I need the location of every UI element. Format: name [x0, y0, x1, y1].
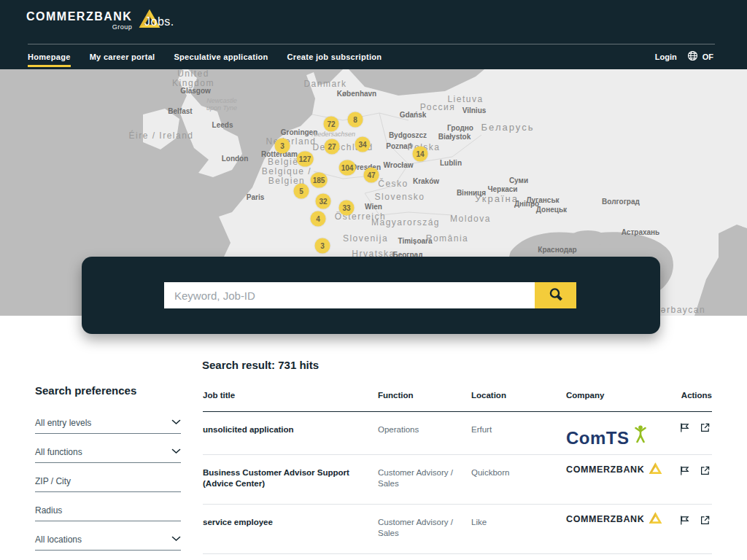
commerzbank-company-logo: COMMERZBANK	[566, 462, 657, 478]
keyword-search-input[interactable]	[164, 282, 535, 308]
map-cluster-34-jobs[interactable]: 34	[355, 137, 371, 152]
column-header-job-title: Job title	[203, 391, 378, 400]
job-search-panel	[82, 257, 660, 334]
nav-item-speculative-application[interactable]: Speculative application	[174, 44, 268, 69]
cell-title: Private Customer Advisor*in Advisory Bra…	[203, 554, 378, 560]
company-name: COMMERZBANK	[566, 464, 644, 475]
map-cluster-4-jobs[interactable]: 4	[311, 211, 326, 227]
login-link[interactable]: Login	[655, 52, 677, 61]
nav-right: Login OF	[655, 44, 713, 69]
cell-title: unsolicited application	[203, 412, 378, 450]
language-switch[interactable]: OF	[687, 50, 713, 63]
bookmark-flag-icon[interactable]	[679, 422, 690, 433]
cell-title: Business Customer Advisor Support (Advic…	[203, 455, 378, 504]
column-header-company: Company	[566, 391, 668, 400]
filter-select-all-functions[interactable]: All functions	[35, 441, 181, 463]
map-cluster-14-jobs[interactable]: 14	[413, 147, 428, 162]
cell-fn: Operations	[378, 412, 471, 450]
map-cluster-3-jobs[interactable]: 3	[315, 238, 330, 254]
commerzbank-ribbon-icon	[649, 462, 662, 478]
map-cluster-185-jobs[interactable]: 185	[311, 173, 328, 188]
job-row-business-customer-advisor-support-advice-center[interactable]: Business Customer Advisor Support (Advic…	[203, 455, 712, 505]
cell-fn: Customer Advisory / Sales	[378, 455, 471, 504]
map-cluster-72-jobs[interactable]: 72	[324, 117, 339, 132]
column-header-actions: Actions	[681, 391, 712, 400]
cell-fn: Customer Advisory / Sales	[378, 505, 471, 553]
filter-input-zip-city[interactable]: ZIP / City	[35, 470, 181, 492]
cell-company: COMMERZBANK	[566, 455, 668, 485]
nav-item-my-career-portal[interactable]: My career portal	[90, 44, 155, 69]
search-button[interactable]	[535, 282, 576, 308]
page-title: Jobs.	[144, 15, 174, 28]
chevron-down-icon	[171, 444, 181, 457]
nav-item-homepage[interactable]: Homepage	[28, 44, 71, 69]
commerzbank-ribbon-icon	[649, 512, 662, 527]
map-cluster-127-jobs[interactable]: 127	[297, 152, 314, 167]
filter-label: All locations	[35, 534, 82, 545]
filter-select-all-entry-levels[interactable]: All entry levels	[35, 412, 181, 434]
open-external-icon[interactable]	[700, 465, 711, 476]
brand-subtitle: Group	[112, 23, 133, 31]
filter-label: All entry levels	[35, 418, 91, 428]
cell-company: COMMERZBANK	[566, 505, 668, 534]
brand-name: COMMERZBANK	[26, 10, 132, 23]
company-name: ComTS	[566, 429, 630, 447]
language-label: OF	[703, 52, 713, 61]
cell-company: COMMERZBANK	[566, 554, 668, 560]
job-results-table: Job titleFunctionLocationCompanyActions …	[203, 391, 712, 560]
cell-actions	[679, 455, 712, 491]
table-body: unsolicited applicationOperationsErfurtC…	[203, 412, 712, 560]
cell-loc: Erfurt	[471, 412, 566, 450]
job-row-private-customer-advisor-in-advisory-branch[interactable]: Private Customer Advisor*in Advisory Bra…	[203, 554, 712, 560]
column-header-function: Function	[378, 391, 471, 400]
filter-label: ZIP / City	[35, 476, 71, 486]
map-cluster-33-jobs[interactable]: 33	[339, 201, 355, 216]
company-name: COMMERZBANK	[566, 514, 644, 525]
map-cluster-104-jobs[interactable]: 104	[339, 160, 356, 176]
cell-loc: Quickborn	[471, 455, 566, 493]
open-external-icon[interactable]	[700, 422, 711, 433]
globe-icon	[687, 50, 698, 63]
filter-label: Radius	[35, 505, 62, 516]
search-preferences-heading: Search preferences	[35, 384, 181, 397]
cell-loc: Greifswald	[471, 554, 566, 560]
map-cluster-8-jobs[interactable]: 8	[348, 112, 363, 128]
comts-figure-icon	[632, 425, 649, 447]
filter-select-all-locations[interactable]: All locations	[35, 529, 181, 551]
top-header: COMMERZBANK Group Jobs.	[0, 0, 747, 44]
cell-actions	[679, 554, 712, 560]
cell-actions	[679, 505, 712, 540]
search-preferences-panel: Search preferences All entry levelsAll f…	[35, 384, 181, 397]
filter-label: All functions	[35, 447, 82, 457]
main-nav-bar: HomepageMy career portalSpeculative appl…	[0, 44, 747, 69]
search-result-heading: Search result: 731 hits	[202, 359, 319, 371]
filter-input-radius[interactable]: Radius	[35, 499, 181, 521]
cell-actions	[679, 412, 712, 448]
open-external-icon[interactable]	[700, 515, 711, 526]
chevron-down-icon	[171, 415, 181, 428]
cell-company: ComTS	[566, 412, 668, 454]
page: COMMERZBANK Group Jobs. HomepageMy caree…	[0, 0, 747, 560]
commerzbank-group-logo[interactable]: COMMERZBANK Group	[26, 9, 160, 32]
table-header-row: Job titleFunctionLocationCompanyActions	[203, 391, 712, 412]
job-row-service-employee[interactable]: service employeeCustomer Advisory / Sale…	[203, 505, 712, 554]
map-cluster-47-jobs[interactable]: 47	[364, 168, 379, 183]
map-cluster-3-jobs[interactable]: 3	[275, 139, 290, 154]
bookmark-flag-icon[interactable]	[679, 515, 690, 526]
map-cluster-32-jobs[interactable]: 32	[316, 194, 331, 209]
cell-loc: Like	[471, 505, 566, 542]
main-nav: HomepageMy career portalSpeculative appl…	[28, 44, 382, 69]
comts-company-logo: ComTS	[566, 419, 657, 447]
map-cluster-5-jobs[interactable]: 5	[294, 184, 309, 199]
job-row-unsolicited-application[interactable]: unsolicited applicationOperationsErfurtC…	[203, 412, 712, 455]
column-header-location: Location	[471, 391, 566, 400]
cell-fn: Customer Advisory /	[378, 554, 471, 560]
nav-item-create-job-subscription[interactable]: Create job subscription	[287, 44, 382, 69]
bookmark-flag-icon[interactable]	[679, 465, 690, 476]
map-cluster-27-jobs[interactable]: 27	[325, 139, 340, 155]
chevron-down-icon	[171, 532, 181, 545]
cell-title: service employee	[203, 505, 378, 542]
search-icon	[548, 287, 564, 305]
commerzbank-company-logo: COMMERZBANK	[566, 512, 657, 527]
